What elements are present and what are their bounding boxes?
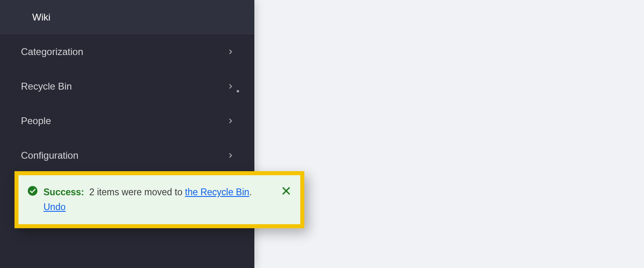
sidebar-item-label: Categorization: [21, 46, 83, 57]
chevron-right-icon: [227, 117, 234, 125]
sidebar-item-configuration[interactable]: Configuration: [0, 138, 254, 173]
chevron-right-icon: [227, 48, 234, 55]
sidebar-item-label: People: [21, 115, 51, 127]
chevron-right-icon: [227, 152, 234, 159]
sidebar-item-label: Configuration: [21, 150, 78, 161]
success-toast: Success: 2 items were moved to the Recyc…: [14, 171, 304, 228]
toast-body: Success: 2 items were moved to the Recyc…: [43, 185, 275, 215]
toast-message: 2 items were moved to: [89, 187, 185, 197]
sidebar-item-label: Recycle Bin: [21, 81, 72, 92]
recycle-bin-link[interactable]: the Recycle Bin: [185, 187, 250, 197]
toast-separator: .: [249, 187, 252, 197]
svg-point-0: [28, 186, 37, 196]
chevron-right-icon: [227, 83, 234, 90]
check-circle-icon: [27, 186, 38, 196]
close-icon: [281, 186, 291, 196]
sidebar-item-categorization[interactable]: Categorization: [0, 35, 254, 69]
notification-dot-icon: [237, 90, 239, 92]
sidebar-item-label: Wiki: [32, 12, 50, 23]
sidebar-item-wiki[interactable]: Wiki: [0, 0, 254, 35]
undo-link[interactable]: Undo: [43, 202, 66, 212]
toast-heading: Success:: [43, 187, 84, 197]
close-button[interactable]: [281, 186, 291, 196]
sidebar-item-people[interactable]: People: [0, 104, 254, 138]
sidebar-item-recycle-bin[interactable]: Recycle Bin: [0, 69, 254, 104]
